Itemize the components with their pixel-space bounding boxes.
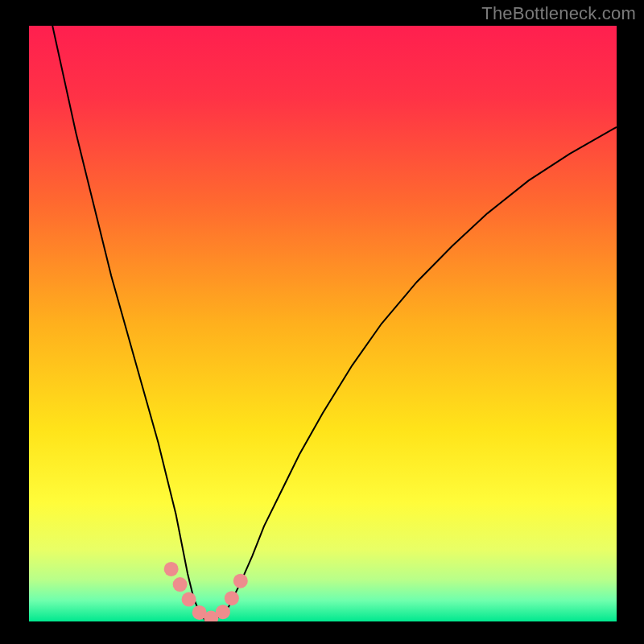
marker-dot xyxy=(164,562,179,576)
chart-background xyxy=(29,26,617,621)
chart-plot-area xyxy=(29,26,617,621)
marker-dot xyxy=(216,605,230,619)
marker-dot xyxy=(225,591,239,605)
marker-dot xyxy=(173,577,188,592)
chart-frame: TheBottleneck.com xyxy=(0,0,644,644)
marker-dot xyxy=(182,592,196,607)
watermark-text: TheBottleneck.com xyxy=(481,3,636,24)
chart-svg xyxy=(29,26,617,621)
marker-dot xyxy=(233,574,248,588)
